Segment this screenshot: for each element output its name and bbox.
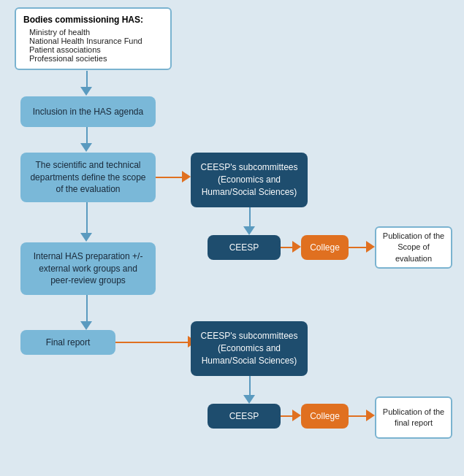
arrow-sub2-ceesp2 xyxy=(243,395,255,404)
commissioning-title: Bodies commissioning HAS: xyxy=(23,15,163,25)
commissioning-item-4: Professional societies xyxy=(23,54,163,63)
final-pub-label: Publication of the final report xyxy=(382,407,445,429)
line-incl-sci xyxy=(86,127,88,143)
final-pub-box: Publication of the final report xyxy=(375,396,452,439)
arrow-college1-scope xyxy=(366,241,375,253)
scientific-box: The scientific and technical departments… xyxy=(20,153,156,202)
college1-box: College xyxy=(301,235,349,260)
ceesp2-label: CEESP xyxy=(229,411,259,421)
arrow-sci-internal xyxy=(80,233,92,242)
arrow-internal-final xyxy=(80,321,92,330)
line-internal-final xyxy=(86,295,88,321)
ceesp2-box: CEESP xyxy=(208,404,281,429)
commissioning-item-2: National Health Insurance Fund xyxy=(23,37,163,45)
line-sub2-ceesp2 xyxy=(249,376,251,395)
arrow-incl-sci xyxy=(80,143,92,152)
commissioning-box: Bodies commissioning HAS: Ministry of he… xyxy=(15,7,172,70)
ceesp-sub2-box: CEESP's subcommittees (Economics and Hum… xyxy=(191,321,308,376)
arrow-ceesp2-college2 xyxy=(292,410,301,421)
diagram: Bodies commissioning HAS: Ministry of he… xyxy=(0,0,464,476)
line-final-sub2 xyxy=(115,342,191,343)
arrow-sub1-ceesp1 xyxy=(243,226,255,235)
arrow-ceesp1-college1 xyxy=(292,241,301,253)
scope-pub-box: Publication of the Scope of evaluation xyxy=(375,226,452,269)
line-sci-internal xyxy=(86,202,88,233)
arrow-comm-incl xyxy=(80,87,92,96)
scientific-label: The scientific and technical departments… xyxy=(28,159,148,196)
inclusion-label: Inclusion in the HAS agenda xyxy=(33,107,143,117)
ceesp1-label: CEESP xyxy=(229,242,259,253)
inclusion-box: Inclusion in the HAS agenda xyxy=(20,96,156,127)
final-report-label: Final report xyxy=(46,337,91,348)
arrow-sci-sub1 xyxy=(182,171,191,183)
college2-label: College xyxy=(310,411,340,421)
ceesp-sub2-label: CEESP's subcommittees (Economics and Hum… xyxy=(198,330,300,366)
line-sci-sub1 xyxy=(156,177,185,178)
ceesp1-box: CEESP xyxy=(208,235,281,260)
scope-pub-label: Publication of the Scope of evaluation xyxy=(382,231,445,264)
internal-box: Internal HAS preparation +/- external wo… xyxy=(20,242,156,295)
final-report-box: Final report xyxy=(20,330,115,355)
commissioning-item-1: Ministry of health xyxy=(23,28,163,37)
internal-label: Internal HAS preparation +/- external wo… xyxy=(28,250,148,287)
ceesp-sub1-box: CEESP's subcommittees (Economics and Hum… xyxy=(191,153,308,207)
line-sub1-ceesp1 xyxy=(249,207,251,226)
ceesp-sub1-label: CEESP's subcommittees (Economics and Hum… xyxy=(198,161,300,198)
commissioning-item-3: Patient associations xyxy=(23,45,163,54)
college1-label: College xyxy=(310,242,340,253)
line-comm-to-incl xyxy=(86,71,88,87)
college2-box: College xyxy=(301,404,349,429)
arrow-college2-finalpub xyxy=(366,410,375,421)
